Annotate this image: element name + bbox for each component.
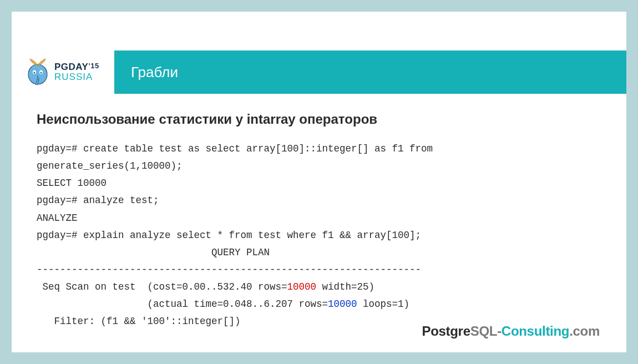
slide-title: Грабли [131, 64, 178, 81]
logo: PGDAY'15 RUSSIA [12, 50, 114, 94]
code-highlight-red: 10000 [287, 281, 317, 292]
title-bar: Грабли [114, 50, 626, 94]
code-line: QUERY PLAN [37, 247, 270, 258]
code-line: loops=1) [357, 299, 410, 310]
footer-part: SQL- [470, 323, 502, 338]
section-heading: Неиспользование статистики у intarray оп… [37, 112, 601, 127]
code-line: pgday=# create table test as select arra… [37, 143, 433, 154]
code-line: pgday=# analyze test; [37, 195, 159, 206]
code-line: width=25) [316, 281, 374, 292]
slide: PGDAY'15 RUSSIA Грабли Неиспользование с… [12, 12, 626, 352]
code-line: generate_series(1,10000); [37, 160, 183, 171]
code-line: ----------------------------------------… [37, 264, 421, 275]
footer-part: Postgre [422, 323, 470, 338]
svg-point-3 [34, 72, 36, 74]
logo-main-text: PGDAY [54, 62, 88, 72]
footer-part: Consulting [502, 323, 569, 338]
code-line: Seq Scan on test (cost=0.00..532.40 rows… [37, 281, 287, 292]
logo-line2: RUSSIA [54, 72, 99, 82]
code-line: pgday=# explain analyze select * from te… [37, 230, 421, 241]
logo-line1: PGDAY'15 [54, 62, 99, 72]
svg-point-4 [40, 72, 42, 74]
footer-attribution: PostgreSQL-Consulting.com [422, 323, 600, 339]
logo-text: PGDAY'15 RUSSIA [54, 62, 99, 82]
footer-part: .com [569, 323, 600, 338]
code-line: SELECT 10000 [37, 178, 107, 189]
code-line: ANALYZE [37, 213, 78, 224]
slide-content: Неиспользование статистики у intarray оп… [37, 112, 601, 331]
slide-header: PGDAY'15 RUSSIA Грабли [12, 50, 626, 94]
code-block: pgday=# create table test as select arra… [37, 140, 601, 331]
elephant-icon [26, 58, 50, 87]
code-highlight-blue: 10000 [328, 299, 357, 310]
logo-year: 15 [90, 62, 99, 70]
code-line: (actual time=0.048..6.207 rows= [37, 299, 328, 310]
code-line: Filter: (f1 && '100'::integer[]) [37, 316, 241, 327]
